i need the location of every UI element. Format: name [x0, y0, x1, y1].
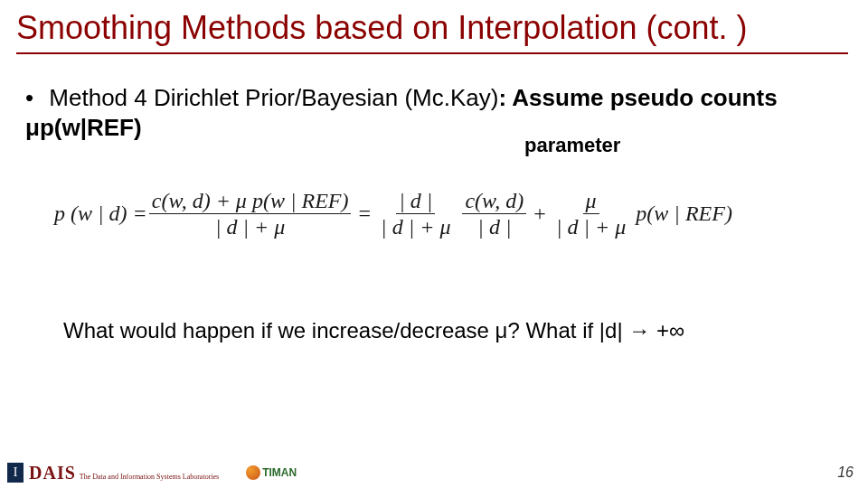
eq-tail: p(w | REF)	[636, 202, 732, 226]
dais-logo: DAIS The Data and Information Systems La…	[29, 463, 219, 483]
bullet-item: • Method 4 Dirichlet Prior/Bayesian (Mc.…	[25, 83, 841, 142]
bullet-lead: Method 4 Dirichlet Prior/Bayesian (Mc.Ka…	[49, 84, 498, 111]
illinois-logo: I DAIS The Data and Information Systems …	[7, 463, 219, 483]
bullet-line2: μp(w|REF)	[25, 114, 142, 141]
eq-equals2: =	[358, 202, 371, 226]
eq-frac1: c(w, d) + μ p(w | REF) | d | + μ	[149, 190, 352, 238]
eq-frac2-num: | d |	[396, 190, 435, 214]
eq-frac4-den: | d | + μ	[553, 214, 628, 238]
bullet-colon: :	[498, 84, 512, 111]
eq-frac1-den: | d | + μ	[212, 214, 288, 238]
eq-frac4: μ | d | + μ	[553, 190, 628, 238]
timan-text: TIMAN	[262, 466, 297, 479]
slide-title: Smoothing Methods based on Interpolation…	[16, 9, 748, 47]
eq-lhs: p (w | d) =	[54, 202, 147, 226]
bullet-bold-tail: Assume pseudo counts	[512, 84, 777, 111]
eq-frac3: c(w, d) | d |	[462, 190, 526, 238]
eq-frac1-num: c(w, d) + μ p(w | REF)	[149, 190, 352, 214]
timan-dot-icon	[246, 465, 260, 480]
parameter-pointer-line	[588, 163, 660, 164]
eq-frac4-num: μ	[583, 190, 599, 214]
svg-line-0	[623, 163, 625, 164]
timan-logo: TIMAN	[246, 464, 300, 482]
bullet-marker: •	[25, 83, 33, 113]
illinois-i-icon: I	[7, 463, 24, 483]
title-underline	[16, 52, 848, 54]
page-number: 16	[837, 465, 854, 481]
dais-text: DAIS	[29, 463, 76, 483]
equation: p (w | d) = c(w, d) + μ p(w | REF) | d |…	[54, 190, 732, 238]
eq-frac3-den: | d |	[475, 214, 514, 238]
eq-frac3-num: c(w, d)	[462, 190, 526, 214]
dais-subtitle: The Data and Information Systems Laborat…	[80, 473, 219, 481]
question-text: What would happen if we increase/decreas…	[63, 318, 684, 343]
eq-frac2-den: | d | + μ	[378, 214, 453, 238]
eq-frac2: | d | | d | + μ	[378, 190, 453, 238]
eq-plus: +	[533, 202, 546, 226]
footer: I DAIS The Data and Information Systems …	[0, 457, 868, 488]
parameter-label: parameter	[524, 134, 620, 157]
